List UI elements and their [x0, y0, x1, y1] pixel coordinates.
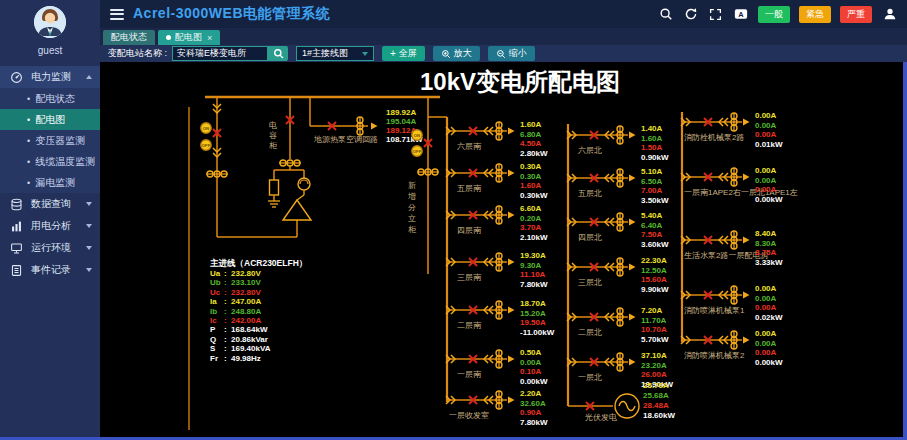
diagram-select[interactable]: 1#主接线图: [296, 46, 374, 61]
feeder-value: 0.00A: [755, 111, 777, 120]
feeder-value: 0.00A: [755, 294, 777, 303]
metering-colon: :: [224, 316, 227, 325]
feeder-label: 一层收发室: [449, 411, 489, 420]
feeder-value: 9.30A: [520, 261, 542, 270]
arrow-icon: [508, 212, 515, 219]
metering-colon: :: [224, 335, 227, 344]
metering-colon: :: [224, 269, 227, 278]
feeder-value: 10.70A: [641, 325, 667, 334]
metering-value: 233.10V: [231, 278, 261, 287]
chevron-down-icon: [86, 224, 92, 228]
one-line-diagram: 10kV变电所配电图ONOFF电容柜地源热泵空调回路189.92A195.04A…: [100, 62, 903, 437]
arrow-icon: [743, 174, 750, 181]
arrow-icon: [743, 237, 750, 244]
feeder-value: 26.00A: [641, 370, 667, 379]
feeder-value: 0.00kW: [755, 195, 783, 204]
feeder-value: 8.40A: [755, 229, 777, 238]
metering-label: Q: [210, 335, 216, 344]
tab-distribution-diagram[interactable]: 配电图 ×: [158, 30, 220, 45]
alarm-badges: 一般紧急严重: [758, 6, 872, 23]
feeder-value: 32.60A: [520, 399, 546, 408]
sidebar-item-0[interactable]: 电力监测: [0, 66, 100, 88]
status-lamp-label: ON: [203, 126, 209, 131]
bullet-icon: •: [27, 178, 30, 188]
sidebar-item-3[interactable]: 运行环境: [0, 237, 100, 259]
feeder-value: 2.80kW: [520, 149, 548, 158]
diagram-select-value: 1#主接线图: [302, 47, 362, 60]
feeder-value: 1.60A: [520, 120, 542, 129]
menu-toggle-icon[interactable]: [110, 6, 124, 22]
station-name-input[interactable]: [172, 46, 268, 61]
feeder-value: 18.70A: [520, 299, 546, 308]
feeder-value: 5.10A: [641, 167, 663, 176]
status-lamp-label: OFF: [202, 143, 211, 148]
sidebar-item-1[interactable]: 数据查询: [0, 193, 100, 215]
alarm-panel-icon[interactable]: A: [733, 7, 748, 22]
metering-value: 49.98Hz: [231, 354, 261, 363]
metering-value: 169.40kVA: [231, 344, 271, 353]
user-icon[interactable]: [882, 7, 897, 22]
feeder-label: 五层北: [578, 189, 602, 198]
feeder-value: 6.40A: [641, 221, 663, 230]
feeder-value: 4.50A: [520, 139, 542, 148]
sidebar-item-label: 电力监测: [31, 70, 86, 84]
bullet-icon: •: [27, 157, 30, 167]
sidebar-item-2[interactable]: 用电分析: [0, 215, 100, 237]
fullscreen-button-label: 全屏: [399, 47, 417, 60]
alarm-badge[interactable]: 严重: [840, 6, 872, 23]
feeder-value: 3.33kW: [755, 258, 783, 267]
arrow-icon: [508, 259, 515, 266]
event-log-icon: [10, 263, 24, 277]
feeder-value: 25.68A: [643, 391, 669, 400]
feeder-value: 1.50A: [641, 143, 663, 152]
metering-value: 232.80V: [231, 269, 261, 278]
fullscreen-button[interactable]: + 全屏: [382, 46, 425, 61]
alarm-badge[interactable]: 一般: [758, 6, 790, 23]
alarm-badge[interactable]: 紧急: [799, 6, 831, 23]
feeder-value: 5.40A: [641, 211, 663, 220]
zoom-in-button[interactable]: 放大: [433, 46, 480, 61]
sidebar-subitem[interactable]: •配电图: [0, 109, 100, 130]
environment-icon: [10, 241, 24, 255]
station-search-button[interactable]: [268, 46, 288, 61]
metering-label: S: [210, 344, 216, 353]
metering-colon: :: [224, 288, 227, 297]
arrow-icon: [629, 175, 636, 182]
metering-colon: :: [224, 307, 227, 316]
sidebar-subitem[interactable]: •线缆温度监测: [0, 151, 100, 172]
feeder-value: 22.30A: [641, 256, 667, 265]
active-dot-icon: [166, 35, 171, 40]
sidebar-subitem[interactable]: •变压器监测: [0, 130, 100, 151]
sidebar-menu: 电力监测•配电状态•配电图•变压器监测•线缆温度监测•漏电监测数据查询用电分析运…: [0, 66, 100, 281]
refresh-icon[interactable]: [683, 7, 698, 22]
close-tab-icon[interactable]: ×: [207, 33, 212, 43]
sidebar-subitem[interactable]: •漏电监测: [0, 172, 100, 193]
feeder-value: 2.20A: [520, 389, 542, 398]
feeder-value: 0.20A: [520, 214, 542, 223]
diagram-canvas: 10kV变电所配电图ONOFF电容柜地源热泵空调回路189.92A195.04A…: [100, 62, 903, 437]
svg-text:A: A: [738, 10, 744, 19]
feeder-value: 7.80kW: [520, 418, 548, 427]
bullet-icon: •: [27, 115, 30, 125]
metering-value: 248.80A: [231, 307, 261, 316]
feeder-value: 0.00A: [520, 358, 542, 367]
cabinet-label: 立: [408, 214, 416, 223]
chevron-down-icon: [86, 246, 92, 250]
analysis-icon: [10, 219, 24, 233]
cabinet-label: 增: [407, 192, 416, 201]
feeder-value: 0.90A: [520, 408, 542, 417]
tab-power-status[interactable]: 配电状态: [103, 30, 155, 45]
metering-label: Ib: [210, 307, 217, 316]
app-title: Acrel-3000WEB电能管理系统: [133, 5, 330, 23]
feeder-value: 0.00A: [755, 284, 777, 293]
sidebar-item-4[interactable]: 事件记录: [0, 259, 100, 281]
search-icon[interactable]: [658, 7, 673, 22]
sidebar-subitem[interactable]: •配电状态: [0, 88, 100, 109]
wire: [297, 195, 304, 200]
station-name-label: 变配电站名称 :: [108, 47, 167, 60]
avatar[interactable]: [34, 6, 66, 38]
cabinet-label: 容: [269, 131, 277, 140]
fullscreen-icon[interactable]: [708, 7, 723, 22]
metering-label: Ia: [210, 297, 217, 306]
zoom-out-button[interactable]: 缩小: [488, 46, 535, 61]
